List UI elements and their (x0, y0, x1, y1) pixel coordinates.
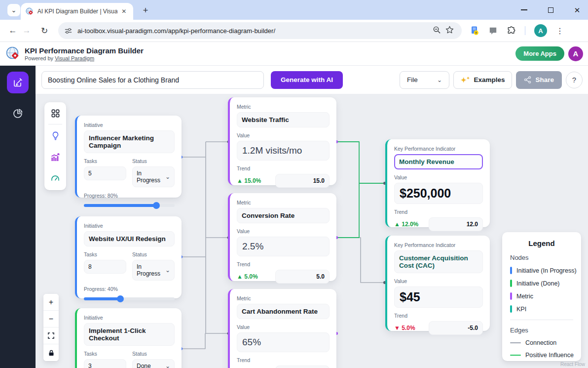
legend-edges-label: Edges (510, 327, 573, 334)
divider (510, 320, 573, 320)
zoom-out-button[interactable]: − (43, 311, 59, 327)
prompt-input[interactable] (41, 71, 264, 89)
tab-close-icon[interactable]: ✕ (119, 7, 128, 16)
node-type-label: Key Performance Indicator (394, 146, 483, 152)
initiative-title-field[interactable]: Implement 1-Click Checkout (84, 323, 175, 346)
window-maximize-icon[interactable] (546, 5, 555, 15)
more-apps-button[interactable]: More Apps (515, 46, 564, 61)
initiative-node[interactable]: Initiative Website UX/UI Redesign Tasks … (75, 216, 182, 298)
lock-icon (48, 350, 54, 356)
kpi-value-field[interactable]: $45 (394, 286, 483, 308)
progress-slider[interactable] (84, 204, 175, 207)
browser-profile-avatar[interactable]: A (534, 24, 547, 37)
trend-value-field[interactable]: 5.0 (275, 270, 330, 284)
sidebar-item-editor[interactable] (7, 72, 29, 93)
zoom-in-button[interactable]: + (43, 294, 59, 311)
legend-item: Initiative (In Progress) (510, 267, 573, 274)
metric-value-field[interactable]: 2.5% (237, 237, 330, 256)
tasks-label: Tasks (84, 251, 126, 257)
metric-title-field[interactable]: Website Traffic (237, 112, 330, 127)
edge-connection[interactable] (182, 333, 205, 349)
palette-grid-icon[interactable] (44, 102, 66, 124)
back-icon[interactable]: ← (6, 26, 20, 36)
edge-connection[interactable] (337, 238, 384, 283)
diagram-canvas[interactable]: Initiative Influencer Marketing Campaign… (36, 94, 588, 368)
kpi-title-field[interactable]: Customer Acquisition Cost (CAC) (394, 250, 483, 273)
trend-value-field[interactable]: -8.0 (275, 366, 330, 368)
trend-value-field[interactable]: 15.0 (275, 174, 330, 188)
value-label: Value (237, 324, 330, 330)
legend-color-swatch (510, 305, 512, 313)
share-button[interactable]: Share (516, 71, 562, 89)
initiative-title-field[interactable]: Influencer Marketing Campaign (84, 130, 175, 153)
reload-icon[interactable]: ↻ (37, 26, 51, 36)
docs-extension-icon[interactable] (470, 26, 479, 36)
trend-value-field[interactable]: 12.0 (429, 217, 483, 231)
fit-view-button[interactable] (43, 327, 59, 344)
legend-item: Positive Influence (510, 352, 573, 359)
status-select[interactable]: Done ⌄ (132, 359, 175, 368)
kpi-title-field[interactable]: Monthly Revenue (394, 154, 483, 169)
kpi-node[interactable]: Key Performance Indicator Monthly Revenu… (385, 139, 490, 227)
feedback-bubble-icon[interactable] (488, 26, 498, 36)
zoom-out-page-icon[interactable] (430, 26, 443, 36)
trend-value-field[interactable]: -5.0 (429, 321, 483, 335)
tasks-field[interactable]: 5 (84, 166, 126, 180)
initiative-title-field[interactable]: Website UX/UI Redesign (84, 231, 175, 246)
bookmark-star-icon[interactable] (443, 26, 456, 36)
legend-item: Initiative (Done) (510, 280, 573, 287)
extensions-icon[interactable] (507, 26, 516, 36)
powered-by: Powered by Visual Paradigm (25, 55, 144, 61)
metric-node[interactable]: Metric Website Traffic Value 1.2M visits… (228, 97, 336, 185)
status-label: Status (132, 251, 175, 257)
browser-menu-icon[interactable]: ⋮ (556, 26, 564, 36)
account-avatar[interactable]: A (568, 46, 583, 61)
lock-button[interactable] (43, 344, 59, 361)
file-menu-button[interactable]: File ⌄ (400, 71, 449, 89)
generate-with-ai-button[interactable]: Generate with AI (271, 71, 343, 89)
tasks-field[interactable]: 8 (84, 260, 126, 274)
site-settings-icon[interactable] (64, 27, 73, 35)
metric-node[interactable]: Metric Conversion Rate Value 2.5% Trend … (228, 193, 336, 281)
kpi-node[interactable]: Key Performance Indicator Customer Acqui… (385, 236, 490, 331)
palette-kpi-icon[interactable] (44, 168, 66, 190)
help-button[interactable]: ? (566, 72, 583, 88)
new-tab-icon[interactable]: + (140, 5, 151, 16)
palette-metric-icon[interactable] (44, 146, 66, 168)
sidebar-item-dashboard[interactable] (10, 106, 25, 121)
examples-button[interactable]: ✦✦ Examples (453, 71, 512, 89)
slider-thumb[interactable] (117, 295, 124, 302)
trend-label: Trend (394, 313, 483, 319)
top-toolbar: Generate with AI File ⌄ ✦✦ Examples (36, 66, 588, 94)
tasks-label: Tasks (84, 351, 126, 357)
trend-label: Trend (237, 165, 330, 171)
window-minimize-icon[interactable] (519, 5, 529, 15)
edge-positive-influence[interactable] (337, 142, 384, 183)
url-bar[interactable]: ai-toolbox.visual-paradigm.com/app/kpi-p… (58, 22, 462, 39)
metric-title-field[interactable]: Conversion Rate (237, 208, 330, 223)
metric-title-field[interactable]: Cart Abandonment Rate (237, 304, 330, 319)
status-select[interactable]: In Progress ⌄ (132, 260, 175, 281)
visual-paradigm-link[interactable]: Visual Paradigm (55, 55, 94, 61)
kpi-value-field[interactable]: $250,000 (394, 183, 483, 204)
status-label: Status (132, 351, 175, 357)
tasks-field[interactable]: 3 (84, 359, 126, 368)
initiative-node[interactable]: Initiative Influencer Marketing Campaign… (75, 116, 182, 198)
metric-value-field[interactable]: 65% (237, 332, 330, 352)
metric-value-field[interactable]: 1.2M visits/mo (237, 141, 330, 161)
edit-icon (13, 78, 23, 87)
status-select[interactable]: In Progress ⌄ (132, 166, 175, 187)
palette-initiative-icon[interactable] (44, 124, 66, 146)
tab-search-chevron-icon[interactable]: ⌄ (7, 4, 20, 16)
browser-tab[interactable]: AI KPI Diagram Builder | Visualiz ✕ (21, 3, 133, 20)
node-palette (44, 102, 66, 190)
status-label: Status (132, 158, 175, 164)
initiative-node[interactable]: Initiative Implement 1-Click Checkout Ta… (75, 308, 182, 368)
window-close-icon[interactable]: ✕ (572, 5, 582, 15)
fit-view-icon (48, 332, 54, 339)
metric-node[interactable]: Metric Cart Abandonment Rate Value 65% T… (228, 289, 336, 368)
progress-slider[interactable] (84, 297, 175, 300)
edge-positive-influence[interactable] (337, 183, 359, 238)
progress-label: Progress: 80% (84, 193, 175, 199)
forward-icon[interactable]: → (20, 26, 34, 36)
